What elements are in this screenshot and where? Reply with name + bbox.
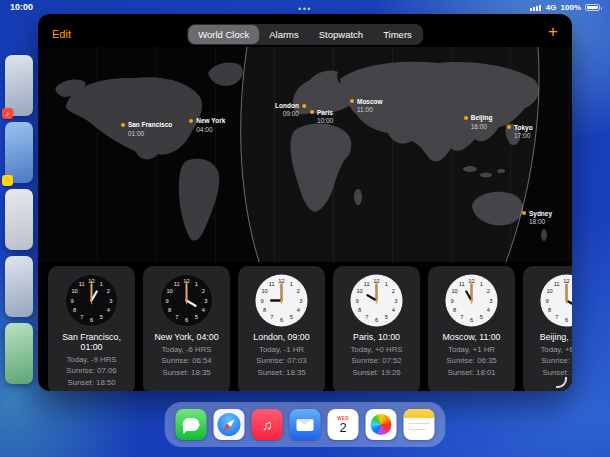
svg-text:2: 2 [487,288,490,294]
map-marker[interactable]: Paris10:00 [310,109,333,126]
app-switcher-thumbnail[interactable] [5,323,33,384]
city-dot-icon [464,116,468,120]
tab-alarms[interactable]: Alarms [259,25,309,44]
svg-text:5: 5 [290,314,293,320]
map-marker[interactable]: Tokyo17:00 [507,124,533,141]
svg-text:2: 2 [297,288,300,294]
app-switcher: ♪ [5,55,35,384]
svg-text:3: 3 [489,298,492,304]
world-clock-card[interactable]: 123456789101112 Beijing, 16:00Today, +6 … [523,266,572,391]
map-marker[interactable]: Sydney18:00 [522,210,552,227]
tab-world-clock[interactable]: World Clock [188,25,259,44]
svg-text:1: 1 [480,281,483,287]
card-sunset: Sunset: 18:21 [527,368,572,377]
map-marker[interactable]: Beijing16:00 [464,114,493,131]
card-sunrise: Sunrise: 07:06 [52,366,131,375]
cellular-signal-icon [530,4,542,11]
card-sunset: Sunset: 18:50 [52,378,131,387]
analog-clock: 123456789101112 [254,273,309,328]
svg-text:7: 7 [555,314,558,320]
svg-text:6: 6 [470,317,473,323]
tab-timers[interactable]: Timers [373,25,422,44]
city-label: Paris10:00 [317,109,333,126]
tab-stopwatch[interactable]: Stopwatch [309,25,373,44]
dock-icon-music[interactable]: ♫ [252,409,283,440]
svg-text:7: 7 [460,314,463,320]
segmented-control: World ClockAlarmsStopwatchTimers [187,24,423,45]
svg-text:9: 9 [450,298,453,304]
app-badge-icon: ♪ [2,108,13,119]
map-marker[interactable]: Moscow11:00 [350,98,383,115]
city-label: Sydney18:00 [529,210,552,227]
world-clock-card[interactable]: 123456789101112 Paris, 10:00Today, +0 HR… [333,266,420,391]
svg-text:10: 10 [451,288,457,294]
world-map: San Francisco01:00New York04:00London09:… [38,47,572,262]
map-marker[interactable]: London09:00 [275,102,306,119]
card-sunrise: Sunrise: 07:03 [242,356,321,365]
dock-icon-safari[interactable] [214,409,245,440]
card-sunrise: Sunrise: 06:21 [527,356,572,365]
svg-text:10: 10 [261,288,267,294]
analog-clock: 123456789101112 [349,273,404,328]
dock-icon-notes[interactable] [404,409,435,440]
card-offset: Today, +0 HRS [337,345,416,354]
card-offset: Today, -1 HR [242,345,321,354]
svg-text:3: 3 [109,298,112,304]
analog-clock: 123456789101112 [539,273,572,328]
network-type-label: 4G [546,3,557,12]
svg-text:6: 6 [185,317,188,323]
svg-text:9: 9 [165,298,168,304]
svg-text:10: 10 [166,288,172,294]
city-label: Tokyo17:00 [514,124,533,141]
message-bubble-icon [183,418,200,431]
card-city-time: San Francisco, 01:00 [52,332,131,352]
svg-text:1: 1 [195,281,198,287]
svg-text:11: 11 [174,281,180,287]
dock-icon-photos[interactable] [366,409,397,440]
svg-text:10: 10 [356,288,362,294]
svg-text:7: 7 [80,314,83,320]
svg-text:2: 2 [392,288,395,294]
svg-text:7: 7 [365,314,368,320]
card-city-time: Moscow, 11:00 [432,332,511,342]
card-sunrise: Sunrise: 06:35 [432,356,511,365]
city-label: San Francisco01:00 [128,121,172,138]
card-city-time: London, 09:00 [242,332,321,342]
svg-text:11: 11 [554,281,560,287]
map-marker[interactable]: New York04:00 [189,117,225,134]
app-switcher-thumbnail[interactable]: ♪ [5,55,33,116]
map-marker[interactable]: San Francisco01:00 [121,121,172,138]
city-label: New York04:00 [196,117,225,134]
edit-button[interactable]: Edit [52,28,71,40]
svg-text:7: 7 [270,314,273,320]
compass-icon [218,413,241,436]
svg-text:3: 3 [299,298,302,304]
dock-icon-mail[interactable] [290,409,321,440]
card-city-time: New York, 04:00 [147,332,226,342]
card-sunrise: Sunrise: 06:54 [147,356,226,365]
world-clock-cards: 123456789101112 San Francisco, 01:00Toda… [48,266,572,391]
dock-icon-messages[interactable] [176,409,207,440]
app-switcher-thumbnail[interactable] [5,189,33,250]
add-city-button[interactable]: + [548,22,558,42]
svg-text:2: 2 [202,288,205,294]
svg-text:5: 5 [195,314,198,320]
svg-text:2: 2 [107,288,110,294]
window-drag-handle[interactable]: ••• [298,4,312,14]
dock-icon-calendar[interactable]: WED 2 [328,409,359,440]
svg-text:8: 8 [358,307,361,313]
world-clock-card[interactable]: 123456789101112 London, 09:00Today, -1 H… [238,266,325,391]
svg-text:4: 4 [297,307,300,313]
clock-app-window: Edit World ClockAlarmsStopwatchTimers + [38,14,572,391]
svg-text:10: 10 [546,288,552,294]
card-offset: Today, -9 HRS [52,355,131,364]
city-dot-icon [189,119,193,123]
app-badge-icon [2,175,13,186]
svg-text:11: 11 [79,281,85,287]
app-switcher-thumbnail[interactable] [5,256,33,317]
world-clock-card[interactable]: 123456789101112 New York, 04:00Today, -6… [143,266,230,391]
map-markers: San Francisco01:00New York04:00London09:… [38,47,572,262]
world-clock-card[interactable]: 123456789101112 Moscow, 11:00Today, +1 H… [428,266,515,391]
app-switcher-thumbnail[interactable] [5,122,33,183]
world-clock-card[interactable]: 123456789101112 San Francisco, 01:00Toda… [48,266,135,391]
